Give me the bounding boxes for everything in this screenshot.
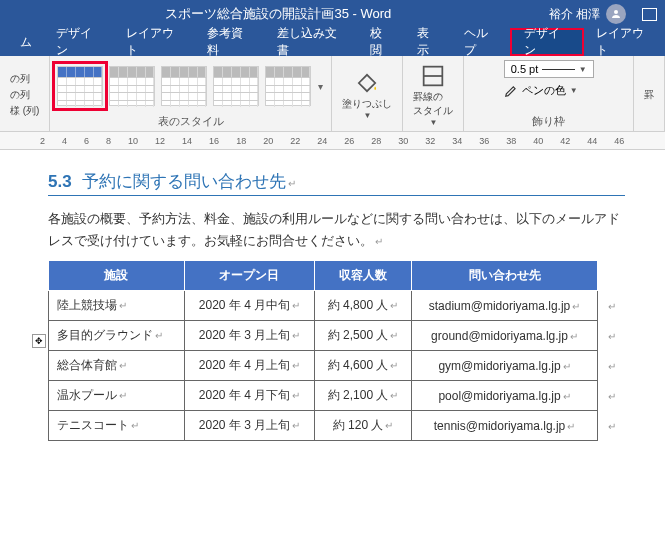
menu-item-8[interactable]: デザイン bbox=[510, 28, 584, 56]
table-cell: ground@midoriyama.lg.jp↵ bbox=[412, 321, 598, 351]
table-cell: 多目的グラウンド↵ bbox=[49, 321, 185, 351]
table-cell: stadium@midoriyama.lg.jp↵ bbox=[412, 291, 598, 321]
table-header-cell: 収容人数 bbox=[315, 261, 412, 291]
table-body: 陸上競技場↵2020 年 4 月中旬↵約 4,800 人↵stadium@mid… bbox=[49, 291, 625, 441]
user-avatar[interactable] bbox=[606, 4, 626, 24]
table-style-thumb[interactable] bbox=[265, 66, 311, 106]
table-row[interactable]: 総合体育館↵2020 年 4 月上旬↵約 4,600 人↵gym@midoriy… bbox=[49, 351, 625, 381]
menu-item-5[interactable]: 校閲 bbox=[358, 28, 405, 56]
table-cell: tennis@midoriyama.lg.jp↵ bbox=[412, 411, 598, 441]
column-option[interactable]: の列 bbox=[10, 71, 39, 87]
section-paragraph: 各施設の概要、予約方法、料金、施設の利用ルールなどに関する問い合わせは、以下のメ… bbox=[48, 208, 625, 252]
table-cell: 約 2,500 人↵ bbox=[315, 321, 412, 351]
document-title: スポーツ総合施設の開設計画35 - Word bbox=[8, 5, 549, 23]
table-cell: ↵ bbox=[598, 321, 625, 351]
bucket-icon bbox=[353, 69, 381, 97]
contact-table[interactable]: 施設オープン日収容人数問い合わせ先 陸上競技場↵2020 年 4 月中旬↵約 4… bbox=[48, 260, 625, 441]
menubar: ムデザインレイアウト参考資料差し込み文書校閲表示ヘルプデザインレイアウト bbox=[0, 28, 665, 56]
column-option[interactable]: 様 (列) bbox=[10, 103, 39, 119]
chevron-down-icon: ▼ bbox=[429, 118, 437, 127]
ruler[interactable]: 2468101214161820222426283032343638404244… bbox=[0, 132, 665, 150]
table-cell: ↵ bbox=[598, 381, 625, 411]
pen-color-button[interactable]: ペンの色 ▼ bbox=[504, 81, 578, 100]
section-number: 5.3 bbox=[48, 172, 72, 191]
table-cell: 2020 年 3 月上旬↵ bbox=[184, 411, 315, 441]
table-cell: 2020 年 4 月上旬↵ bbox=[184, 351, 315, 381]
pen-icon bbox=[504, 84, 518, 98]
table-cell: 陸上競技場↵ bbox=[49, 291, 185, 321]
column-options-group: の列の列様 (列) bbox=[0, 56, 50, 131]
table-cell: 約 4,600 人↵ bbox=[315, 351, 412, 381]
chevron-down-icon: ▼ bbox=[363, 111, 371, 120]
menu-item-2[interactable]: レイアウト bbox=[114, 28, 195, 56]
table-cell: ↵ bbox=[598, 351, 625, 381]
menu-item-0[interactable]: ム bbox=[8, 28, 44, 56]
table-move-handle[interactable]: ✥ bbox=[32, 334, 46, 348]
table-cell: pool@midoriyama.lg.jp↵ bbox=[412, 381, 598, 411]
table-style-thumb[interactable] bbox=[161, 66, 207, 106]
border-button-group: 罫 bbox=[634, 56, 665, 131]
border-group-label: 飾り枠 bbox=[532, 112, 565, 129]
table-cell: 約 120 人↵ bbox=[315, 411, 412, 441]
document-area: 5.3予約に関する問い合わせ先↵ 各施設の概要、予約方法、料金、施設の利用ルール… bbox=[0, 150, 665, 451]
border-style-icon bbox=[419, 62, 447, 90]
table-cell: テニスコート↵ bbox=[49, 411, 185, 441]
section-heading: 5.3予約に関する問い合わせ先↵ bbox=[48, 170, 625, 196]
table-row[interactable]: 多目的グラウンド↵2020 年 3 月上旬↵約 2,500 人↵ground@m… bbox=[49, 321, 625, 351]
table-cell: 2020 年 4 月中旬↵ bbox=[184, 291, 315, 321]
user-name: 裕介 相澤 bbox=[549, 6, 600, 23]
table-row[interactable]: テニスコート↵2020 年 3 月上旬↵約 120 人↵tennis@midor… bbox=[49, 411, 625, 441]
chevron-down-icon: ▼ bbox=[570, 86, 578, 95]
table-cell: 総合体育館↵ bbox=[49, 351, 185, 381]
table-styles-label: 表のスタイル bbox=[158, 112, 224, 129]
table-style-thumb[interactable] bbox=[57, 66, 103, 106]
menu-item-9[interactable]: レイアウト bbox=[584, 28, 665, 56]
titlebar: スポーツ総合施設の開設計画35 - Word 裕介 相澤 bbox=[0, 0, 665, 28]
border-style-button[interactable]: 罫線の スタイル ▼ bbox=[409, 60, 457, 129]
table-header-cell: 施設 bbox=[49, 261, 185, 291]
styles-more-button[interactable]: ▾ bbox=[316, 79, 325, 94]
border-decoration-group: 0.5 pt ▼ ペンの色 ▼ 飾り枠 bbox=[464, 56, 634, 131]
table-header-row: 施設オープン日収容人数問い合わせ先 bbox=[49, 261, 625, 291]
menu-item-6[interactable]: 表示 bbox=[405, 28, 452, 56]
table-cell: 2020 年 3 月上旬↵ bbox=[184, 321, 315, 351]
table-cell: 約 4,800 人↵ bbox=[315, 291, 412, 321]
menu-item-3[interactable]: 参考資料 bbox=[195, 28, 265, 56]
menu-item-1[interactable]: デザイン bbox=[44, 28, 114, 56]
ribbon: の列の列様 (列) ▾ 表のスタイル 塗りつぶし ▼ 罫線の スタイル ▼ 0.… bbox=[0, 56, 665, 132]
table-style-thumb[interactable] bbox=[213, 66, 259, 106]
column-option[interactable]: の列 bbox=[10, 87, 39, 103]
menu-item-7[interactable]: ヘルプ bbox=[452, 28, 510, 56]
fill-button[interactable]: 塗りつぶし ▼ bbox=[338, 67, 396, 122]
line-weight-select[interactable]: 0.5 pt ▼ bbox=[504, 60, 594, 78]
table-row[interactable]: 陸上競技場↵2020 年 4 月中旬↵約 4,800 人↵stadium@mid… bbox=[49, 291, 625, 321]
table-cell: 約 2,100 人↵ bbox=[315, 381, 412, 411]
svg-point-0 bbox=[614, 10, 618, 14]
table-header-cell: オープン日 bbox=[184, 261, 315, 291]
table-style-thumb[interactable] bbox=[109, 66, 155, 106]
borders-button[interactable]: 罫 bbox=[640, 86, 658, 104]
table-cell: ↵ bbox=[598, 411, 625, 441]
table-header-cell: 問い合わせ先 bbox=[412, 261, 598, 291]
table-cell: 2020 年 4 月下旬↵ bbox=[184, 381, 315, 411]
chevron-down-icon: ▼ bbox=[579, 65, 587, 74]
section-title-text: 予約に関する問い合わせ先 bbox=[82, 172, 286, 191]
fill-group: 塗りつぶし ▼ bbox=[332, 56, 403, 131]
table-cell: 温水プール↵ bbox=[49, 381, 185, 411]
table-cell: ↵ bbox=[598, 291, 625, 321]
border-style-group: 罫線の スタイル ▼ bbox=[403, 56, 464, 131]
table-styles-group: ▾ 表のスタイル bbox=[50, 56, 332, 131]
ribbon-options-icon[interactable] bbox=[642, 8, 657, 21]
menu-item-4[interactable]: 差し込み文書 bbox=[265, 28, 358, 56]
table-row[interactable]: 温水プール↵2020 年 4 月下旬↵約 2,100 人↵pool@midori… bbox=[49, 381, 625, 411]
table-cell: gym@midoriyama.lg.jp↵ bbox=[412, 351, 598, 381]
